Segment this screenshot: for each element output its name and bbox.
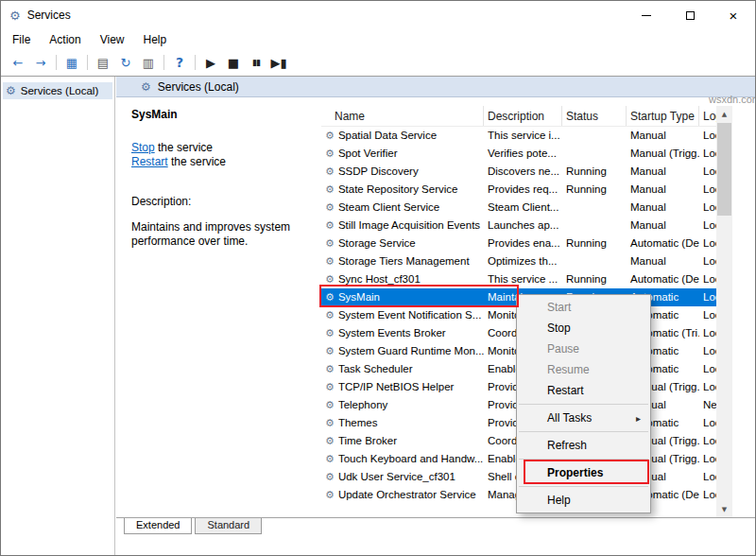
service-name: Spot Verifier [338,145,398,163]
service-log: Loc... [699,324,716,342]
watermark: wsxdn.com [709,94,756,105]
service-status: Running [562,235,627,252]
tab-extended[interactable]: Extended [124,518,192,534]
service-row[interactable]: ⚙Spot VerifierVerifies pote...Manual (Tr… [321,145,716,163]
service-gear-icon: ⚙ [325,306,335,324]
minimize-icon [642,15,651,16]
service-gear-icon: ⚙ [325,252,335,270]
service-startup: Manual [627,217,699,235]
scrollbar-thumb[interactable] [717,123,731,216]
restart-link-suffix: the service [168,155,226,168]
services-window: ⚙ Services × FileActionViewHelp ←→▦▤↻▥?▶… [0,0,756,556]
column-header-log[interactable]: Log... [699,106,716,126]
context-menu-stop[interactable]: Stop [517,318,650,339]
menu-help[interactable]: Help [134,31,177,48]
menu-item-label: Stop [547,321,571,335]
service-log: Loc... [699,432,716,450]
close-button[interactable]: × [712,1,755,29]
restart-service-icon[interactable]: ▶▮ [268,53,289,72]
stop-link-suffix: the service [155,141,213,154]
menu-view[interactable]: View [91,31,134,48]
service-status: Running [562,270,627,288]
forward-icon[interactable]: → [30,53,51,72]
selected-service-name: SysMain [131,108,321,121]
service-log: Loc... [699,181,716,199]
menu-action[interactable]: Action [40,31,90,48]
back-icon[interactable]: ← [8,53,28,72]
titlebar: ⚙ Services × [1,1,755,29]
service-log: Loc... [699,288,716,306]
service-name: Task Scheduler [338,360,413,378]
maximize-button[interactable] [668,1,712,29]
service-status [562,217,627,235]
menu-item-label: Pause [547,342,579,356]
scroll-down-icon[interactable]: ▼ [716,501,732,517]
service-name: Steam Client Service [338,199,439,217]
service-action-links: Stop the service Restart the service [131,141,321,169]
service-gear-icon: ⚙ [325,414,335,432]
start-service-icon[interactable]: ▶ [200,53,221,72]
context-menu-pause[interactable]: Pause [517,339,650,359]
pause-service-icon[interactable]: ▮▮ [246,53,266,72]
vertical-scrollbar[interactable]: ▲ ▼ [716,106,732,517]
service-desc: Provides req... [484,181,562,199]
service-gear-icon: ⚙ [325,360,335,378]
service-row[interactable]: ⚙Storage Tiers ManagementOptimizes th...… [321,252,716,270]
service-startup: Manual (Trigg... [627,145,699,163]
menu-item-label: All Tasks [547,411,592,425]
service-row[interactable]: ⚙Spatial Data ServiceThis service i...Ma… [321,127,716,145]
service-desc: This service i... [484,127,562,145]
service-log: Loc... [699,306,716,324]
service-log: Loc... [699,270,716,288]
stop-service-icon[interactable]: ■ [223,53,244,72]
stop-service-link[interactable]: Stop [131,141,155,154]
menu-separator [519,431,648,432]
service-desc: Provides ena... [484,235,562,252]
service-row[interactable]: ⚙Steam Client ServiceSteam Client...Manu… [321,199,716,217]
column-header-name[interactable]: Name [321,106,484,126]
menu-file[interactable]: File [3,31,40,48]
service-name: TCP/IP NetBIOS Helper [338,378,455,396]
service-name: Storage Service [338,235,416,252]
service-row[interactable]: ⚙Storage ServiceProvides ena...RunningAu… [321,235,716,252]
context-menu-help[interactable]: Help [517,490,650,511]
refresh-icon[interactable]: ↻ [115,53,136,72]
service-log: Loc... [699,145,716,163]
column-header-startup[interactable]: Startup Type [627,106,699,126]
properties-icon[interactable]: ▤ [93,53,113,72]
context-menu-resume[interactable]: Resume [517,359,650,380]
service-name: Update Orchestrator Service [338,486,476,504]
help-icon[interactable]: ? [169,53,190,72]
window-title: Services [27,9,71,22]
view-tabs: ExtendedStandard [116,517,755,536]
service-row[interactable]: ⚙SSDP DiscoveryDiscovers ne...RunningMan… [321,163,716,181]
service-desc: Verifies pote... [484,145,562,163]
highlight-box-sysmain [319,285,519,307]
service-row[interactable]: ⚙State Repository ServiceProvides req...… [321,181,716,199]
column-header-status[interactable]: Status [562,106,627,126]
service-log: Loc... [699,360,716,378]
context-menu-start[interactable]: Start [517,297,650,318]
context-menu-all-tasks[interactable]: All Tasks▸ [517,408,650,428]
service-gear-icon: ⚙ [325,378,335,396]
service-status [562,145,627,163]
export-list-icon[interactable]: ▥ [138,53,159,72]
scroll-up-icon[interactable]: ▲ [716,106,732,122]
column-header-desc[interactable]: Description [484,106,562,126]
description-text: Maintains and improves system performanc… [131,220,306,249]
service-log: Loc... [699,163,716,181]
tab-standard[interactable]: Standard [195,518,262,534]
toolbar-separator [87,55,88,70]
service-gear-icon: ⚙ [325,235,335,252]
service-desc: Steam Client... [484,199,562,217]
service-row[interactable]: ⚙Still Image Acquisition EventsLaunches … [321,217,716,235]
tree-item-services-local[interactable]: ⚙ Services (Local) [3,82,112,99]
main-header: ⚙ Services (Local) [116,77,755,97]
minimize-button[interactable] [625,1,668,29]
context-menu-restart[interactable]: Restart [517,380,650,401]
restart-service-link[interactable]: Restart [131,155,168,168]
show-console-tree-icon[interactable]: ▦ [61,53,82,72]
context-menu-refresh[interactable]: Refresh [517,435,650,456]
service-name: State Repository Service [338,181,458,199]
service-gear-icon: ⚙ [325,217,335,235]
